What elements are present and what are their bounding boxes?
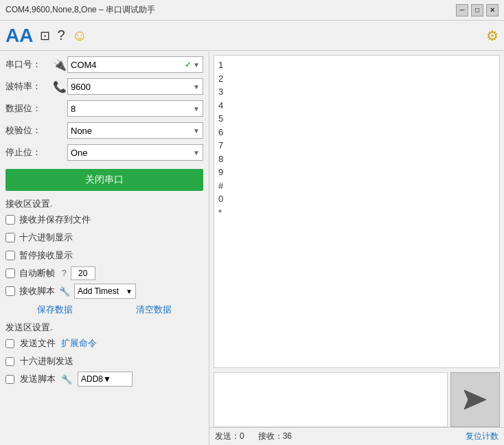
hex-send-row: 十六进制发送 [5,353,203,369]
send-file-checkbox[interactable] [5,339,14,348]
receive-line: 3 [218,85,495,99]
hex-display-checkbox[interactable] [5,233,15,242]
pause-display-label: 暂停接收显示 [19,249,73,262]
hex-display-label: 十六进制显示 [19,231,73,244]
recv-script-label: 接收脚本 [19,285,55,297]
stop-bits-arrow: ▼ [193,149,200,157]
stop-bits-value: One [71,148,193,158]
parity-row: 校验位： None ▼ [5,121,203,140]
receive-line: 2 [218,72,495,86]
receive-line: 0 [218,192,495,206]
send-script-arrow: ▼ [103,374,111,384]
send-script-row: 发送脚本 🔧 ADD8 ▼ [5,371,203,387]
send-text-input[interactable] [214,372,448,427]
auto-frame-row: 自动断帧 ? [5,265,203,282]
baud-icon: 📞 [52,80,67,93]
data-bits-label: 数据位： [5,102,52,115]
port-select[interactable]: COM4 ✓ ▼ [67,56,203,73]
data-bits-row: 数据位： 8 ▼ [5,99,203,118]
baud-select[interactable]: 9600 ▼ [67,78,203,95]
recv-script-checkbox[interactable] [5,286,15,296]
main-layout: 串口号： 🔌 COM4 ✓ ▼ 波特率： 📞 9600 ▼ 数据位： 8 ▼ [0,51,504,445]
recv-count: 36 [283,431,292,441]
restore-button[interactable]: □ [471,4,483,16]
font-icon[interactable]: AA [5,25,33,47]
reset-count-link[interactable]: 复位计数 [466,431,499,442]
parity-label: 校验位： [5,124,52,137]
send-button[interactable] [450,372,500,427]
expand-cmd-link[interactable]: 扩展命令 [61,337,97,350]
send-script-value: ADD8 [81,374,103,384]
receive-line: 1 [218,58,495,72]
port-arrow: ▼ [193,61,200,69]
send-script-checkbox[interactable] [5,375,14,384]
send-file-row: 发送文件 扩展命令 [5,335,203,352]
crop-icon[interactable]: ⊡ [40,28,50,43]
save-file-checkbox[interactable] [5,215,15,225]
save-file-row: 接收并保存到文件 [5,212,203,228]
data-bits-select[interactable]: 8 ▼ [67,100,203,117]
window-controls: ─ □ ✕ [456,4,499,16]
svg-marker-0 [464,390,486,409]
save-file-label: 接收并保存到文件 [19,214,91,226]
right-panel: 123456789#0* 发送：0 接收：36 复位计数 [209,51,504,445]
hex-send-label: 十六进制发送 [20,355,73,367]
send-script-icon: 🔧 [61,374,72,385]
receive-line: 5 [218,112,495,126]
parity-select[interactable]: None ▼ [67,122,203,139]
data-bits-value: 8 [71,104,193,114]
help-icon[interactable]: ? [57,27,65,43]
data-links: 保存数据 清空数据 [5,304,203,316]
receive-line: 7 [218,139,495,152]
auto-frame-checkbox[interactable] [5,269,15,278]
stop-bits-label: 停止位： [5,146,52,159]
toolbar-left: AA ⊡ ? ☺ [5,25,87,47]
receive-line: 6 [218,126,495,139]
minimize-button[interactable]: ─ [456,4,468,16]
close-port-button[interactable]: 关闭串口 [5,169,203,191]
auto-frame-label: 自动断帧 [19,267,55,279]
pause-display-checkbox[interactable] [5,251,15,260]
data-bits-arrow: ▼ [193,105,200,113]
receive-area: 123456789#0* [214,55,500,368]
emoji-icon[interactable]: ☺ [72,27,87,45]
recv-script-row: 接收脚本 🔧 Add Timest ▼ [5,283,203,299]
receive-line: 9 [218,166,495,179]
baud-row: 波特率： 📞 9600 ▼ [5,77,203,96]
recv-count-label: 接收：36 [258,431,292,442]
baud-value: 9600 [71,82,193,92]
send-section-header: 发送区设置. [5,321,203,334]
title-text: COM4,9600,None,8,One – 串口调试助手 [5,4,155,16]
receive-line: # [218,179,495,193]
stop-bits-row: 停止位： One ▼ [5,143,203,162]
baud-label: 波特率： [5,80,52,93]
parity-arrow: ▼ [193,127,200,135]
clear-data-link[interactable]: 清空数据 [136,304,172,316]
send-bottom [214,372,500,427]
port-checkmark: ✓ [185,60,192,69]
auto-frame-question: ? [62,269,67,278]
send-section: 发送区设置. 发送文件 扩展命令 十六进制发送 发送脚本 🔧 ADD8 ▼ [5,321,203,389]
port-row: 串口号： 🔌 COM4 ✓ ▼ [5,55,203,74]
receive-section-header: 接收区设置. [5,198,203,210]
auto-frame-input[interactable] [71,266,95,280]
receive-line: 8 [218,152,495,166]
port-value: COM4 [71,60,185,70]
send-file-label: 发送文件 [20,337,56,350]
close-button[interactable]: ✕ [486,4,499,16]
title-bar: COM4,9600,None,8,One – 串口调试助手 ─ □ ✕ [0,0,504,21]
save-data-link[interactable]: 保存数据 [37,304,73,316]
send-count: 0 [240,431,244,441]
gear-icon[interactable]: ⚙ [486,27,499,44]
parity-value: None [71,126,193,136]
send-count-label: 发送：0 [215,431,244,442]
receive-line: * [218,206,495,220]
port-label: 串口号： [5,58,52,71]
receive-line: 4 [218,99,495,113]
left-panel: 串口号： 🔌 COM4 ✓ ▼ 波特率： 📞 9600 ▼ 数据位： 8 ▼ [0,51,209,445]
recv-script-select[interactable]: Add Timest ▼ [74,284,136,299]
hex-send-checkbox[interactable] [5,357,14,366]
send-script-select[interactable]: ADD8 ▼ [78,372,133,387]
port-icon: 🔌 [52,58,67,71]
stop-bits-select[interactable]: One ▼ [67,144,203,161]
